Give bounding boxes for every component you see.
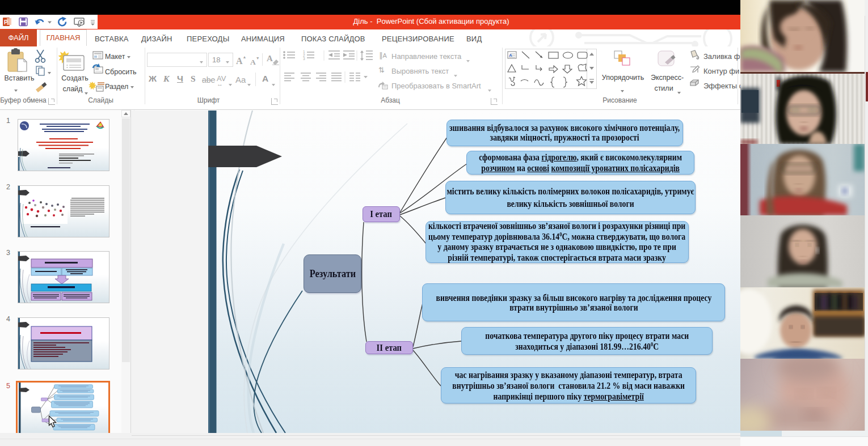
- svg-text:3: 3: [303, 57, 305, 61]
- svg-text:P: P: [4, 19, 8, 26]
